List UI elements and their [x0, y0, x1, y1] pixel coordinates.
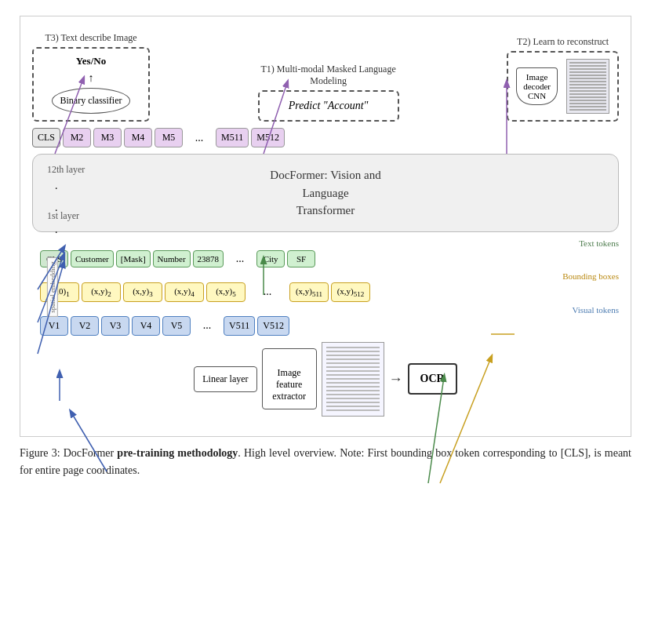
img-dec-3: CNN [528, 91, 546, 100]
binary-classifier: Binary classifier [52, 88, 131, 114]
doc-image-thumb [566, 59, 609, 114]
caption-appname: DocFormer [64, 447, 115, 459]
visual-token-v512: V512 [257, 316, 289, 336]
output-token-m4: M4 [124, 128, 152, 147]
text-token-customer: Customer [71, 250, 114, 267]
output-token-m5: M5 [155, 128, 183, 147]
bottom-row: Linear layer Image feature extractor → O… [32, 342, 619, 417]
bbox-token-512: (x,y)512 [331, 282, 370, 302]
bbox-token-5: (x,y)5 [206, 282, 245, 302]
bbox-token-4: (x,y)4 [165, 282, 204, 302]
visual-token-v2: V2 [71, 316, 99, 336]
visual-token-v5: V5 [162, 316, 191, 336]
caption-bold: pre-training methodology [117, 447, 238, 459]
img-dec-1: Image [526, 72, 547, 82]
text-token-23878: 23878 [193, 250, 224, 267]
visual-token-dots: ... [193, 316, 221, 335]
bbox-token-1: (0,0)1 [40, 282, 79, 302]
caption-label: Figure 3: [20, 447, 60, 459]
doc-scan [322, 342, 384, 417]
layer-12-label: 12th layer [47, 164, 85, 176]
task-t1-box: Predict "Account" [258, 90, 399, 122]
output-token-m3: M3 [93, 128, 122, 147]
figure-caption: Figure 3: DocFormer pre-training methodo… [20, 445, 631, 480]
layer-1-label: 1st layer [47, 210, 79, 222]
img-dec-2: decoder [523, 82, 551, 91]
task-t1-label: T1) Multi-modal Masked Language Modeling [250, 64, 407, 87]
visual-token-v3: V3 [101, 316, 129, 336]
output-token-m2: M2 [63, 128, 91, 147]
visual-token-v1: V1 [40, 316, 68, 336]
tasks-section: T3) Text describe Image Yes/No ↑ Binary … [32, 32, 619, 122]
bbox-token-3: (x,y)3 [123, 282, 162, 302]
linear-layer-box: Linear layer [194, 366, 256, 392]
up-arrow-t3: ↑ [43, 72, 139, 85]
tasks-boxes: T3) Text describe Image Yes/No ↑ Binary … [32, 32, 619, 122]
output-tokens-row: CLS M2 M3 M4 M5 ... M511 M512 [32, 128, 619, 147]
output-token-m512: M512 [251, 128, 285, 147]
task-t3-output: Yes/No [43, 55, 139, 67]
task-t2: T2) Learn to reconstruct Image decoder C… [507, 36, 619, 122]
task-t1: T1) Multi-modal Masked Language Modeling… [250, 64, 407, 122]
output-token-cls: CLS [32, 128, 60, 147]
ocr-label: OCR [420, 373, 445, 384]
arrow-to-ocr: → [389, 371, 403, 387]
text-token-sf: SF [287, 250, 315, 267]
task-t3: T3) Text describe Image Yes/No ↑ Binary … [32, 32, 150, 122]
text-tokens-row: CLS Customer [Mask] Number 23878 ... Cit… [40, 249, 619, 268]
transformer-box: 12th layer ··· 1st layer DocFormer: Visi… [32, 154, 619, 232]
task-t1-inner: Predict "Account" [271, 100, 387, 112]
task-t3-box: Yes/No ↑ Binary classifier [32, 47, 150, 122]
task-t2-box: Image decoder CNN [507, 51, 619, 122]
diagram-container: T3) Text describe Image Yes/No ↑ Binary … [20, 16, 631, 437]
ocr-box: OCR [408, 363, 457, 395]
output-token-m511: M511 [216, 128, 249, 147]
image-decoder-box: Image decoder CNN [516, 67, 558, 105]
text-token-mask: [Mask] [116, 250, 151, 267]
spatial-embedding-label: spatial embedding [47, 257, 58, 317]
text-tokens-label: Text tokens [40, 238, 619, 248]
bbox-token-2: (x,y)2 [82, 282, 121, 302]
visual-tokens-label: Visual tokens [40, 305, 619, 315]
task-t3-label: T3) Text describe Image [45, 32, 136, 44]
output-tokens-section: CLS M2 M3 M4 M5 ... M511 M512 [32, 128, 619, 147]
bbox-token-511: (x,y)511 [289, 282, 329, 302]
transformer-title: DocFormer: Vision andLanguageTransformer [49, 166, 602, 220]
text-token-dots: ... [226, 249, 254, 268]
visual-token-v4: V4 [132, 316, 160, 336]
image-feature-label: Image feature extractor [272, 367, 306, 402]
text-token-number: Number [153, 250, 191, 267]
binary-classifier-label: Binary classifier [60, 95, 122, 106]
image-feature-box: Image feature extractor [262, 348, 317, 409]
visual-token-v511: V511 [224, 316, 255, 336]
bbox-tokens-row: (0,0)1 (x,y)2 (x,y)3 (x,y)4 (x,y)5 ... (… [40, 282, 619, 302]
bbox-token-dots: ... [248, 282, 287, 301]
task-t2-label: T2) Learn to reconstruct [517, 36, 609, 48]
bbox-label: Bounding boxes [40, 271, 619, 281]
rows-wrapper: spatial embedding Text tokens CLS Custom… [32, 238, 619, 336]
text-token-city: City [256, 250, 285, 267]
visual-tokens-row: V1 V2 V3 V4 V5 ... V511 V512 [40, 316, 619, 336]
linear-layer-label: Linear layer [202, 373, 248, 384]
output-token-dots: ... [185, 129, 213, 147]
